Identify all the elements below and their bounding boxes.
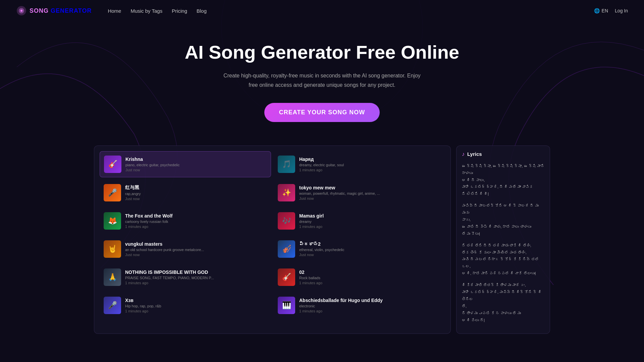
song-thumbnail-emoji: ✨ [278, 184, 295, 201]
song-time: 1 minutes ago [125, 309, 267, 313]
nav-blog[interactable]: Blog [197, 8, 207, 14]
song-title: tokyo mew mew [299, 185, 441, 190]
song-title: The Fox and the Wolf [125, 213, 267, 219]
song-item[interactable]: 🤘 vungkul masters an old school hardcore… [100, 236, 271, 262]
song-info: The Fox and the Wolf cartoony lively rus… [125, 213, 267, 229]
song-info: ప్రధాన2 ethereal, violin, psychedelic Ju… [299, 241, 441, 257]
song-thumbnail-emoji: 🎸 [278, 268, 295, 286]
nav-home[interactable]: Home [108, 8, 121, 14]
song-tags: woman, powerfull, rhytmatic, magic girl,… [299, 191, 441, 195]
song-title: 02 [299, 269, 441, 275]
song-time: 1 minutes ago [125, 281, 267, 285]
lyrics-paragraph: శి కిరే మాతి తేతక్ కి తేాళము మారే గం, మా… [462, 282, 544, 323]
song-item[interactable]: 🎤 Хзв Hip hop, rap, pop, r&b 1 minutes a… [100, 293, 271, 318]
song-tags: Rock ballads [299, 276, 441, 280]
song-title: NOTHING IS IMPOSSIBLE WITH GOD [125, 269, 267, 275]
lyrics-content: ఈ క్షి క్షి క్షాం, ఈ క్షి క్షి క్షాం, ఈ … [462, 163, 544, 324]
hero-title: AI Song Generator Free Online [16, 42, 628, 63]
song-info: Krishna piano, electric guitar, psychede… [125, 157, 267, 172]
song-item[interactable]: 🎸 02 Rock ballads 1 minutes ago [274, 264, 445, 290]
song-time: Just now [299, 253, 441, 257]
lyrics-panel: ♪ Lyrics ఈ క్షి క్షి క్షాం, ఈ క్షి క్షి … [456, 145, 550, 334]
song-item[interactable]: 🎤 红与黑 rap,angry Just now [100, 180, 271, 205]
lyrics-paragraph: ని తరి తేని నీ నీ తరి మాతు తాకి శి తేదిం… [462, 242, 544, 277]
song-thumbnail: 🎶 [278, 212, 295, 230]
song-title: vungkul masters [125, 241, 267, 247]
song-item[interactable]: 🎸 Krishna piano, electric guitar, psyche… [100, 151, 271, 177]
song-thumbnail-emoji: 🦊 [104, 212, 121, 230]
lyrics-paragraph: మంపివ్ నీ మాటలేక్ కోని ఆ శి క్ పాలదే నీ … [462, 202, 544, 237]
song-info: Abschiedsballade für Hugo und Eddy elect… [299, 298, 441, 313]
song-item[interactable]: 🎶 Mamas girl dreamy 1 minutes ago [274, 208, 445, 234]
logo-icon [16, 5, 27, 16]
lyrics-paragraph: ఈ క్షి క్షి క్షాం, ఈ క్షి క్షి క్షాం, ఈ … [462, 163, 544, 197]
song-time: 1 minutes ago [299, 309, 441, 313]
logo-song: SONG [30, 7, 49, 14]
lyrics-title: Lyrics [467, 151, 482, 157]
language-label: EN [602, 8, 608, 13]
song-time: 1 minutes ago [125, 225, 267, 229]
login-button[interactable]: Log In [615, 8, 628, 13]
navbar: SONG GENERATOR Home Music by Tags Pricin… [0, 0, 644, 21]
song-tags: rap,angry [125, 192, 267, 196]
song-thumbnail: ✨ [278, 184, 295, 201]
song-item[interactable]: ✨ tokyo mew mew woman, powerfull, rhytma… [274, 180, 445, 205]
logo[interactable]: SONG GENERATOR [16, 5, 92, 16]
song-tags: dreamy, electric guitar, soul [299, 163, 441, 167]
song-thumbnail: 🎸 [278, 268, 295, 286]
song-thumbnail-emoji: 🎤 [104, 297, 121, 314]
song-time: Just now [125, 197, 267, 201]
song-title: Наряд [299, 157, 441, 162]
song-time: 1 minutes ago [299, 225, 441, 229]
song-time: Just now [125, 253, 267, 257]
globe-icon: 🌐 [594, 8, 600, 13]
song-title: Krishna [125, 157, 267, 162]
song-time: 1 minutes ago [299, 168, 441, 172]
svg-point-3 [20, 10, 22, 12]
song-item[interactable]: 🎹 Abschiedsballade für Hugo und Eddy ele… [274, 293, 445, 318]
song-thumbnail: 🎵 [278, 156, 295, 173]
song-thumbnail-emoji: 🎻 [278, 240, 295, 258]
song-tags: Hip hop, rap, pop, r&b [125, 304, 267, 308]
song-tags: electronic [299, 304, 441, 308]
song-tags: ethereal, violin, psychedelic [299, 248, 441, 252]
main-content: 🎸 Krishna piano, electric guitar, psyche… [0, 139, 644, 341]
nav-links: Home Music by Tags Pricing Blog [108, 8, 207, 14]
song-info: NOTHING IS IMPOSSIBLE WITH GOD PRAISE SO… [125, 269, 267, 285]
song-list-container: 🎸 Krishna piano, electric guitar, psyche… [94, 145, 451, 334]
song-tags: dreamy [299, 220, 441, 224]
song-info: vungkul masters an old school hardcore p… [125, 241, 267, 257]
song-item[interactable]: 🙏 NOTHING IS IMPOSSIBLE WITH GOD PRAISE … [100, 264, 271, 290]
song-info: Mamas girl dreamy 1 minutes ago [299, 213, 441, 229]
lyrics-header: ♪ Lyrics [462, 151, 544, 157]
song-item[interactable]: 🎻 ప్రధాన2 ethereal, violin, psychedelic … [274, 236, 445, 262]
song-thumbnail: 🦊 [104, 212, 121, 230]
song-info: Хзв Hip hop, rap, pop, r&b 1 minutes ago [125, 298, 267, 313]
nav-pricing[interactable]: Pricing [172, 8, 187, 14]
song-thumbnail-emoji: 🙏 [104, 268, 121, 286]
song-grid: 🎸 Krishna piano, electric guitar, psyche… [100, 151, 445, 318]
song-thumbnail-emoji: 🎶 [278, 212, 295, 230]
hero-subtitle: Create high-quality, royalty-free music … [221, 71, 423, 89]
song-thumbnail-emoji: 🎵 [278, 156, 295, 173]
music-note-icon: ♪ [462, 151, 465, 157]
song-item[interactable]: 🎵 Наряд dreamy, electric guitar, soul 1 … [274, 151, 445, 177]
song-item[interactable]: 🦊 The Fox and the Wolf cartoony lively r… [100, 208, 271, 234]
song-thumbnail: 🎤 [104, 297, 121, 314]
song-thumbnail: 🎸 [104, 156, 121, 173]
song-tags: PRAISE SONG, FAST TEMPO, PIANO, MODERN P… [125, 276, 267, 280]
song-thumbnail: 🤘 [104, 240, 121, 258]
song-info: Наряд dreamy, electric guitar, soul 1 mi… [299, 157, 441, 172]
song-thumbnail: 🙏 [104, 268, 121, 286]
song-info: tokyo mew mew woman, powerfull, rhytmati… [299, 185, 441, 200]
song-info: 02 Rock ballads 1 minutes ago [299, 269, 441, 285]
logo-generator-text: GENERATOR [51, 7, 92, 14]
cta-button[interactable]: CREATE YOUR SONG NOW [264, 103, 380, 122]
song-time: Just now [125, 168, 267, 172]
song-title: 红与黑 [125, 185, 267, 191]
nav-right: 🌐 EN Log In [594, 8, 628, 13]
song-tags: piano, electric guitar, psychedelic [125, 163, 267, 167]
language-button[interactable]: 🌐 EN [594, 8, 608, 13]
nav-music-by-tags[interactable]: Music by Tags [130, 8, 162, 14]
hero-section: AI Song Generator Free Online Create hig… [0, 21, 644, 135]
